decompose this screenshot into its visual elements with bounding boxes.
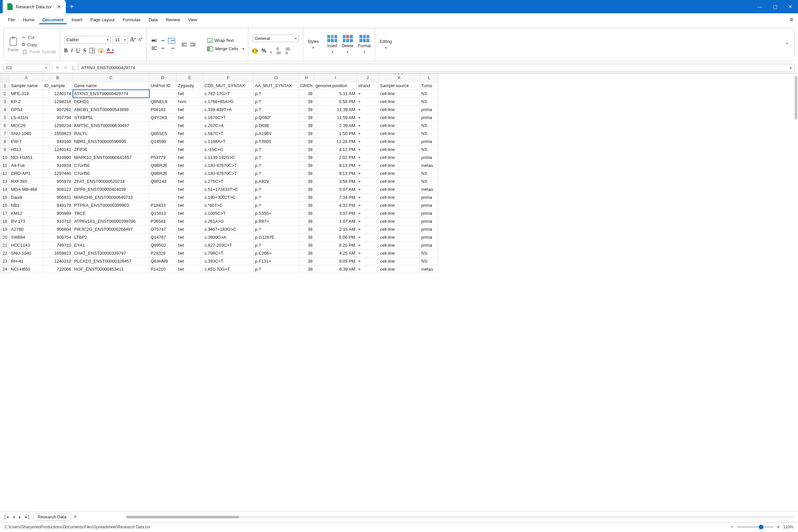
cell-J8[interactable]: + [357,138,379,146]
comma-style-button[interactable]: , [270,48,272,54]
cell-B7[interactable]: 1659823 [43,130,73,138]
cell-C6[interactable]: KMT5C_ENST00000630497 [73,122,149,130]
row-header-1[interactable]: 1 [0,82,10,90]
align-center[interactable] [159,45,167,51]
row-header-4[interactable]: 4 [0,106,10,114]
col-header-E[interactable]: E [176,74,203,82]
cell-E19[interactable]: het [176,225,203,233]
cell-F12[interactable]: c.130-47670C>T [203,170,254,177]
cell-E11[interactable]: het [176,162,203,170]
header-cell[interactable]: Gene name [73,82,149,90]
cell-B15[interactable]: 906831 [43,193,73,202]
cell-H10[interactable]: 38 [299,154,314,162]
cell-E17[interactable]: het [176,209,203,217]
row-header-7[interactable]: 7 [0,130,10,138]
cell-G13[interactable]: p.A92V [254,177,299,186]
row-header-8[interactable]: 8 [0,138,10,146]
cell-I18[interactable]: 1:07 AM [314,217,357,225]
cell-K18[interactable]: cell-line [379,217,420,225]
cell-J12[interactable]: + [357,170,379,177]
minimize-button[interactable]: ― [752,0,767,13]
menu-page-layout[interactable]: Page Layout [87,15,118,24]
font-size-select[interactable]: 11 [113,36,128,43]
row-header-12[interactable]: 12 [0,170,10,177]
cell-H15[interactable]: 38 [299,193,314,202]
row-header-2[interactable]: 2 [0,90,10,98]
header-cell[interactable]: strand [357,82,379,90]
cell-L5[interactable]: prima [420,114,439,122]
cell-E2[interactable]: het [176,90,203,98]
cell-B18[interactable]: 910710 [43,217,73,225]
sheet-nav-last[interactable]: ▸⎮ [25,514,31,519]
col-header-B[interactable]: B [43,74,73,82]
cell-C10[interactable]: MAPK10_ENST00000641657 [73,154,149,162]
cell-K20[interactable]: cell-line [379,233,420,241]
menu-document[interactable]: Document [39,15,67,24]
cell-H11[interactable]: 38 [299,162,314,170]
cell-K14[interactable]: cell-line [379,186,420,193]
align-top-center[interactable] [159,38,167,44]
row-header-24[interactable]: 24 [0,265,10,273]
cell-G16[interactable]: p.? [254,202,299,209]
cell-L11[interactable]: metas [420,162,439,170]
cell-F13[interactable]: c.275C>T [203,177,254,186]
cell-I16[interactable]: 4:33 PM [314,202,357,209]
cell-C5[interactable]: STXBP5L [73,114,149,122]
fill-color-button[interactable] [98,49,103,53]
cell-I23[interactable]: 9:05 PM [314,258,357,265]
cell-C17[interactable]: TBCE [73,209,149,217]
row-header-21[interactable]: 21 [0,241,10,249]
cell-L13[interactable]: NS [420,177,439,186]
cell-D11[interactable]: Q9BRJ6 [149,162,176,170]
cell-E22[interactable]: het [176,249,203,258]
cell-C23[interactable]: PLCXD3_ENST00000328457 [73,258,149,265]
cell-I8[interactable]: 11:28 PM [314,138,357,146]
cell-I24[interactable]: 6:39 AM [314,265,357,273]
cell-F18[interactable]: c.261A>G [203,217,254,225]
cell-B10[interactable]: 910900 [43,154,73,162]
cell-C2[interactable]: ATXN3_ENST00000429774 [73,90,149,98]
align-top-right[interactable] [168,38,175,44]
add-sheet-button[interactable]: + [74,513,77,520]
cell-J21[interactable]: + [357,241,379,249]
cell-A13[interactable]: RXF393 [10,177,43,186]
cell-E8[interactable]: het [176,138,203,146]
cell-I15[interactable]: 7:34 PM [314,193,357,202]
cell-G11[interactable]: p.? [254,162,299,170]
zoom-slider[interactable] [737,526,773,528]
currency-button[interactable]: $ [252,48,258,54]
cell-E16[interactable]: het [176,202,203,209]
cell-A10[interactable]: NCI-H1651 [10,154,43,162]
cell-F23[interactable]: c.393C>T [203,258,254,265]
cell-H13[interactable]: 38 [299,177,314,186]
cell-L15[interactable]: prima [420,193,439,202]
cell-H8[interactable]: 38 [299,138,314,146]
cell-J11[interactable]: + [357,162,379,170]
cell-G6[interactable]: p.D69E [254,122,299,130]
decrease-indent[interactable] [180,41,188,48]
menu-insert[interactable]: Insert [68,15,86,24]
cell-A8[interactable]: EW-7 [10,138,43,146]
col-header-I[interactable]: I [314,74,357,82]
name-box[interactable]: C2 [3,64,50,72]
header-cell[interactable]: UniProt ID [149,82,176,90]
cell-I11[interactable]: 9:13 PM [314,162,357,170]
borders-button[interactable] [90,48,95,53]
row-header-17[interactable]: 17 [0,209,10,217]
cell-H20[interactable]: 38 [299,233,314,241]
cell-K21[interactable]: cell-line [379,241,420,249]
cell-I22[interactable]: 4:25 AM [314,249,357,258]
cell-B14[interactable]: 908123 [43,186,73,193]
number-format-select[interactable]: General [252,35,299,42]
cell-B13[interactable]: 905978 [43,177,73,186]
format-cells-button[interactable]: Format [358,35,371,54]
cell-E20[interactable]: het [176,233,203,241]
cell-H23[interactable]: 38 [299,258,314,265]
cell-K17[interactable]: cell-line [379,209,420,217]
formula-input[interactable]: ATXN3_ENST00000429774 [78,64,795,72]
editing-button[interactable]: Editing [380,39,392,50]
cell-J6[interactable]: + [357,122,379,130]
cell-G4[interactable]: p.? [254,106,299,114]
cell-J20[interactable]: + [357,233,379,241]
cell-G23[interactable]: p.F131= [254,258,299,265]
